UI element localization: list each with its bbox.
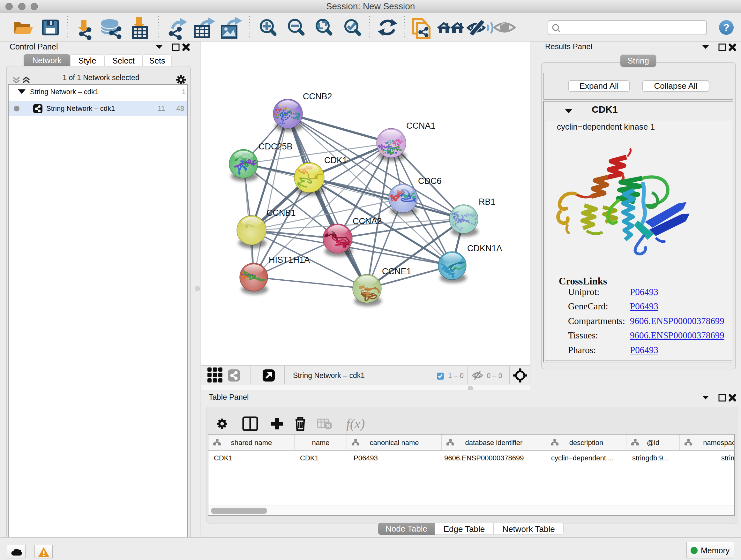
- svg-text:CDC6: CDC6: [418, 176, 442, 186]
- svg-text:CCNE1: CCNE1: [382, 266, 411, 276]
- svg-text:HIST1H1A: HIST1H1A: [269, 255, 310, 265]
- svg-text:CDK1: CDK1: [324, 155, 347, 165]
- svg-text:CCNB2: CCNB2: [303, 91, 332, 101]
- svg-text:RB1: RB1: [479, 197, 495, 206]
- svg-text:CDKN1A: CDKN1A: [467, 244, 502, 253]
- svg-text:CCNB1: CCNB1: [266, 208, 296, 218]
- svg-text:f(x): f(x): [346, 416, 365, 431]
- svg-text:CDC25B: CDC25B: [259, 142, 293, 151]
- svg-text:CCNA1: CCNA1: [406, 121, 435, 131]
- svg-text:CCNA2: CCNA2: [353, 216, 382, 226]
